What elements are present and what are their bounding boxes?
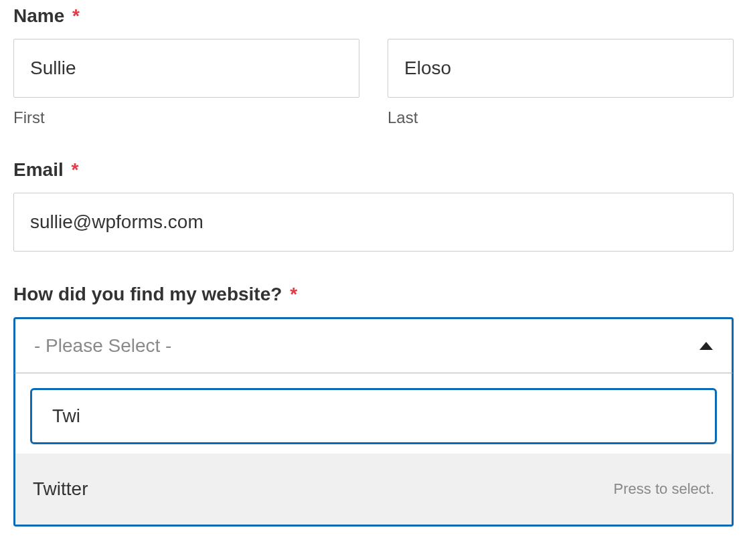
last-name-sublabel: Last — [388, 108, 734, 127]
last-name-col: Last — [388, 39, 734, 127]
dropdown-search-input[interactable] — [30, 388, 717, 444]
email-label: Email * — [13, 159, 734, 181]
dropdown-placeholder: - Please Select - — [34, 335, 171, 357]
name-label-text: Name — [13, 5, 64, 26]
dropdown-option-hint: Press to select. — [614, 480, 714, 498]
required-asterisk: * — [72, 5, 80, 26]
first-name-col: First — [13, 39, 359, 127]
name-field-group: Name * First Last — [13, 5, 734, 127]
caret-up-icon — [699, 342, 713, 350]
dropdown-option-text: Twitter — [33, 478, 88, 500]
source-label-text: How did you find my website? — [13, 284, 282, 304]
dropdown-search-wrap — [15, 373, 732, 454]
name-row: First Last — [13, 39, 734, 127]
name-label: Name * — [13, 5, 734, 27]
first-name-sublabel: First — [13, 108, 359, 127]
last-name-input[interactable] — [388, 39, 734, 98]
source-label: How did you find my website? * — [13, 284, 734, 305]
email-input[interactable] — [13, 193, 734, 252]
dropdown-option-twitter[interactable]: Twitter Press to select. — [15, 454, 732, 525]
required-asterisk: * — [290, 284, 297, 304]
dropdown-panel: Twitter Press to select. — [13, 373, 734, 527]
email-label-text: Email — [13, 159, 64, 180]
first-name-input[interactable] — [13, 39, 359, 98]
source-dropdown: - Please Select - Twitter Press to selec… — [13, 317, 734, 527]
required-asterisk: * — [71, 159, 78, 180]
source-field-group: How did you find my website? * - Please … — [13, 284, 734, 527]
dropdown-display[interactable]: - Please Select - — [13, 317, 734, 373]
email-field-group: Email * — [13, 159, 734, 252]
